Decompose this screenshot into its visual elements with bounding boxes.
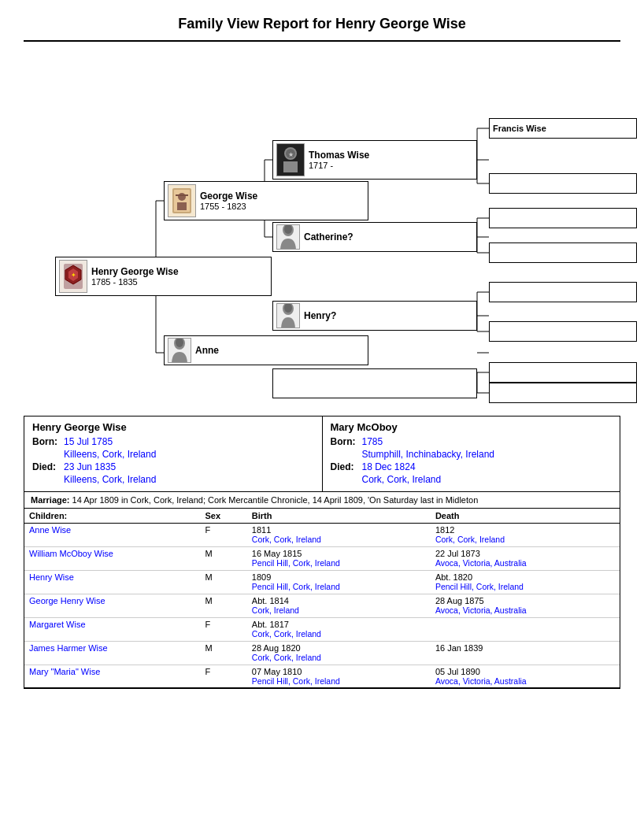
catherine-thumb bbox=[276, 224, 300, 250]
child-name-text: William McOboy Wise bbox=[29, 549, 113, 558]
child-death-place: Avoca, Victoria, Australia bbox=[435, 605, 527, 615]
child-sex: F bbox=[201, 524, 247, 547]
child-death: 22 Jul 1873Avoca, Victoria, Australia bbox=[431, 547, 620, 571]
henry-george-coat-icon: ✦ bbox=[62, 262, 84, 291]
col-birth: Birth bbox=[247, 509, 431, 524]
table-row: Margaret WiseFAbt. 1817Cork, Cork, Irela… bbox=[24, 618, 620, 642]
george-wise-dates: 1755 - 1823 bbox=[200, 202, 257, 211]
child-birth: 28 Aug 1820Cork, Cork, Ireland bbox=[247, 642, 431, 665]
svg-rect-31 bbox=[177, 202, 187, 210]
child-death-date: 28 Aug 1875 bbox=[435, 596, 484, 605]
child-birth-place: Pencil Hill, Cork, Ireland bbox=[252, 558, 340, 568]
child-name-text: Anne Wise bbox=[29, 525, 71, 535]
child-birth: 1811Cork, Cork, Ireland bbox=[247, 524, 431, 547]
person2-info: Mary McOboy Born: 1785 Stumphill, Inchin… bbox=[323, 416, 620, 491]
child-birth-place: Pencil Hill, Cork, Ireland bbox=[252, 676, 340, 686]
anne-info: Anne bbox=[195, 345, 219, 356]
bottom-divider bbox=[24, 688, 620, 689]
svg-text:✦: ✦ bbox=[71, 272, 76, 279]
svg-point-30 bbox=[178, 193, 186, 201]
svg-rect-32 bbox=[176, 194, 188, 196]
table-row: James Harmer WiseM28 Aug 1820Cork, Cork,… bbox=[24, 642, 620, 665]
child-death-date: 05 Jul 1890 bbox=[435, 667, 480, 676]
henry-george-dates: 1785 - 1835 bbox=[91, 277, 179, 287]
person2-died-date: 18 Dec 1824 bbox=[362, 461, 613, 472]
person1-died-label: Died: bbox=[32, 461, 64, 472]
child-name: Henry Wise bbox=[24, 571, 201, 594]
child-name-text: Henry Wise bbox=[29, 572, 74, 582]
henry-q-box: Henry? bbox=[272, 301, 477, 331]
anne-box: Anne bbox=[164, 335, 368, 365]
child-name-text: Mary "Maria" Wise bbox=[29, 667, 100, 676]
child-sex: F bbox=[201, 618, 247, 642]
empty-box-4 bbox=[489, 242, 637, 263]
child-birth-date: 1809 bbox=[252, 572, 271, 582]
thomas-wise-dates: 1717 - bbox=[309, 161, 369, 170]
children-header-row: Children: Sex Birth Death bbox=[24, 509, 620, 524]
table-row: Anne WiseF1811Cork, Cork, Ireland1812Cor… bbox=[24, 524, 620, 547]
top-divider bbox=[24, 40, 620, 42]
catherine-name: Catherine? bbox=[304, 231, 353, 242]
child-name: Anne Wise bbox=[24, 524, 201, 547]
anne-name: Anne bbox=[195, 345, 219, 356]
george-wise-box: George Wise 1755 - 1823 bbox=[164, 181, 368, 220]
child-death: 28 Aug 1875Avoca, Victoria, Australia bbox=[431, 594, 620, 618]
info-top-row: Henry George Wise Born: 15 Jul 1785 Kill… bbox=[24, 416, 620, 492]
child-birth-place: Cork, Cork, Ireland bbox=[252, 535, 321, 544]
child-birth-place: Cork, Ireland bbox=[252, 605, 299, 615]
person2-born-row: Born: 1785 bbox=[331, 436, 613, 447]
francis-wise-box: Francis Wise bbox=[489, 118, 637, 139]
henry-george-wise-box: ✦ Henry George Wise 1785 - 1835 bbox=[55, 257, 272, 296]
person1-born-place-spacer bbox=[32, 449, 64, 460]
table-row: William McOboy WiseM16 May 1815Pencil Hi… bbox=[24, 547, 620, 571]
empty-box-anne bbox=[272, 368, 477, 398]
person1-born-place-row: Killeens, Cork, Ireland bbox=[32, 449, 314, 460]
empty-box-2 bbox=[489, 173, 637, 194]
george-wise-icon bbox=[171, 187, 193, 215]
table-row: Mary "Maria" WiseF07 May 1810Pencil Hill… bbox=[24, 665, 620, 688]
george-wise-thumb bbox=[168, 184, 196, 217]
henry-q-silhouette-icon bbox=[277, 303, 299, 328]
child-name: George Henry Wise bbox=[24, 594, 201, 618]
george-wise-info: George Wise 1755 - 1823 bbox=[200, 191, 257, 211]
person1-name: Henry George Wise bbox=[32, 421, 314, 433]
child-birth-place: Cork, Cork, Ireland bbox=[252, 653, 321, 662]
col-death: Death bbox=[431, 509, 620, 524]
person1-died-row: Died: 23 Jun 1835 bbox=[32, 461, 314, 472]
child-sex: F bbox=[201, 665, 247, 688]
child-name-text: George Henry Wise bbox=[29, 596, 105, 605]
person2-died-place-spacer bbox=[331, 474, 362, 485]
person2-born-date: 1785 bbox=[362, 436, 613, 447]
svg-text:★: ★ bbox=[288, 151, 294, 158]
child-birth-place: Cork, Cork, Ireland bbox=[252, 629, 321, 639]
person1-died-place-spacer bbox=[32, 474, 64, 485]
anne-silhouette-icon bbox=[168, 338, 191, 363]
child-sex: M bbox=[201, 594, 247, 618]
child-birth-place: Pencil Hill, Cork, Ireland bbox=[252, 582, 340, 591]
person1-born-row: Born: 15 Jul 1785 bbox=[32, 436, 314, 447]
person2-died-place-row: Cork, Cork, Ireland bbox=[331, 474, 613, 485]
child-death: Abt. 1820Pencil Hill, Cork, Ireland bbox=[431, 571, 620, 594]
svg-point-42 bbox=[284, 303, 292, 313]
child-death-place: Avoca, Victoria, Australia bbox=[435, 676, 527, 686]
empty-box-5 bbox=[489, 282, 637, 302]
catherine-box: Catherine? bbox=[272, 222, 477, 252]
child-sex: M bbox=[201, 547, 247, 571]
child-birth: Abt. 1817Cork, Cork, Ireland bbox=[247, 618, 431, 642]
child-death bbox=[431, 618, 620, 642]
empty-box-3 bbox=[489, 208, 637, 228]
child-birth: 1809Pencil Hill, Cork, Ireland bbox=[247, 571, 431, 594]
child-sex: M bbox=[201, 642, 247, 665]
catherine-silhouette-icon bbox=[277, 224, 299, 250]
info-section: Henry George Wise Born: 15 Jul 1785 Kill… bbox=[24, 416, 620, 688]
svg-point-34 bbox=[284, 224, 292, 234]
child-sex: M bbox=[201, 571, 247, 594]
child-birth: 16 May 1815Pencil Hill, Cork, Ireland bbox=[247, 547, 431, 571]
child-death-place: Avoca, Victoria, Australia bbox=[435, 558, 527, 568]
child-death-date: Abt. 1820 bbox=[435, 572, 472, 582]
child-birth-date: 28 Aug 1820 bbox=[252, 643, 301, 653]
thomas-wise-name: Thomas Wise bbox=[309, 150, 369, 161]
person1-info: Henry George Wise Born: 15 Jul 1785 Kill… bbox=[24, 416, 323, 491]
thomas-wise-thumb: ★ bbox=[276, 143, 305, 176]
person1-died-date: 23 Jun 1835 bbox=[64, 461, 314, 472]
